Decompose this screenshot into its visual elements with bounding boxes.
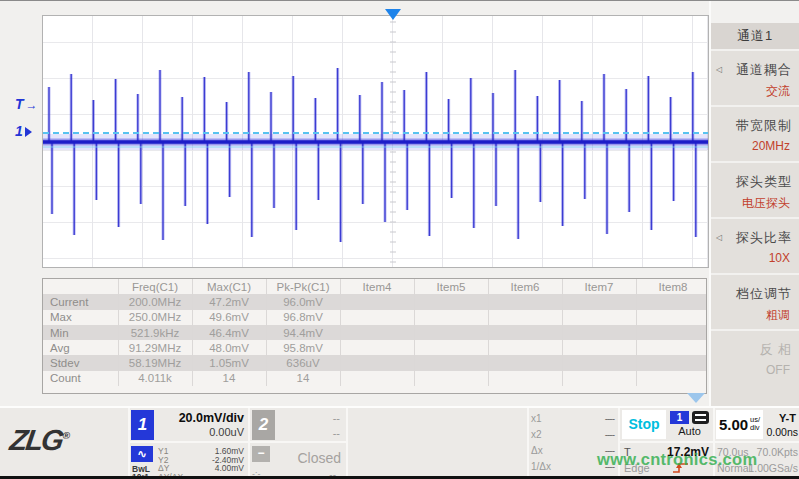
table-row: Stdev58.19MHz1.05mV636uV [43,355,707,370]
trigger-level-label: T [15,96,24,112]
submenu-arrow-icon: ◁ [716,65,722,74]
menu-item-value: 电压探头 [742,195,790,212]
trigger-mode[interactable]: Auto [670,425,709,437]
readout-row: Y2-2.40mV [158,455,244,464]
channel2-block[interactable]: 2 -- -- [252,410,344,441]
trigger-arrow-icon: → [26,98,38,112]
trigger-position-marker[interactable] [385,9,401,20]
channel2-badge[interactable]: 2 [252,410,275,440]
oscilloscope-screen: T→ 1 Freq(C1)Max(C1)Pk-Pk(C1)Item4Item5I… [0,0,799,479]
column-header [43,279,118,294]
menu-item-label: 反 相 [759,341,792,359]
measurement-panel: Freq(C1)Max(C1)Pk-Pk(C1)Item4Item5Item6I… [42,278,707,394]
channel2-scale: -- [333,412,340,424]
submenu-arrow-icon: ◁ [716,233,722,242]
menu-item-label: 探头比率 [736,229,792,247]
minus-icon: − [252,446,270,462]
waveform-icon: ∿ [131,446,153,462]
menu-item-6[interactable]: 反 相OFF [711,331,799,406]
readout-row: ΔY4.00mV [158,463,244,472]
channel1-badge[interactable]: 1 [131,410,154,440]
channel-menu: 通道1 ◁通道耦合交流带宽限制20MHz探头类型电压探头◁探头比率10X档位调节… [709,1,799,406]
menu-item-value: 粗调 [766,307,790,324]
zlg-logo: ZLG® [8,424,72,457]
menu-item-label: 探头类型 [736,173,792,191]
channel2-offset: -- [333,427,340,439]
table-row: Min521.9kHz46.4mV94.4mV [43,325,707,340]
measurement-table: Freq(C1)Max(C1)Pk-Pk(C1)Item4Item5Item6I… [43,279,707,386]
run-state-label: Stop [628,416,659,432]
table-row: Current200.0MHz47.2mV96.0mV [43,294,707,309]
column-header: Item5 [414,279,488,294]
menu-item-4[interactable]: ◁探头比率10X [711,219,799,273]
channel1-cursor-block: ∿ BwL 10:1 Y11.60mVY2-2.40mVΔY4.00mVΔY/Δ… [131,445,246,479]
timebase-unit: us/div [750,416,760,432]
menu-item-value: 10X [769,251,790,265]
column-header: Pk-Pk(C1) [266,279,340,294]
menu-header: 通道1 [711,23,799,49]
channel1-marker-icon [25,127,32,137]
channel2-status-block: − Closed -:- -- [252,445,344,479]
channel1-zero-marker[interactable]: 1 [15,123,32,139]
channel2-status: Closed [297,450,341,466]
battery-icon [692,411,709,424]
menu-item-2[interactable]: 带宽限制20MHz [711,107,799,161]
menu-item-label: 带宽限制 [736,117,792,135]
table-row: Avg91.29MHz48.0mV95.8mV [43,340,707,355]
channel1-scale: 20.0mV/div [179,411,244,425]
channel2-foot-right: -- [329,469,336,479]
column-header: Freq(C1) [118,279,192,294]
menu-item-value: 20MHz [752,139,790,153]
menu-item-label: 通道耦合 [736,61,792,79]
menu-items: ◁通道耦合交流带宽限制20MHz探头类型电压探头◁探头比率10X档位调节粗调反 … [711,51,799,406]
readout-row: ΔY/ΔX---- [158,472,244,479]
channel1-block[interactable]: 1 20.0mV/div 0.00uV [131,410,246,441]
menu-item-1[interactable]: ◁通道耦合交流 [711,51,799,105]
menu-item-3[interactable]: 探头类型电压探头 [711,163,799,217]
run-state-indicator[interactable]: Stop [622,410,666,439]
readout-row: x2---- [531,427,616,443]
column-header: Item8 [636,279,707,294]
menu-item-label: 档位调节 [736,285,792,303]
readout-row: Y11.60mV [158,446,244,455]
trigger-delay: 0.00ns [766,426,798,438]
table-scroll-down-icon[interactable] [687,393,705,403]
watermark: www.cntronics.com [597,450,757,469]
channel1-trace [43,16,708,267]
trigger-source-badge[interactable]: 1 [670,411,689,424]
readout-row: x1---- [531,411,616,427]
display-mode: Y-T [779,412,796,424]
memory-depth: 70.0Kpts [757,446,798,458]
probe-ratio-flag: 10:1 [132,472,149,479]
table-row: Count4.011k1414 [43,371,707,386]
column-header: Item7 [562,279,636,294]
y-cursor-readout: Y11.60mVY2-2.40mVΔY4.00mVΔY/ΔX---- [158,446,244,479]
channel2-foot-left: -:- [252,469,261,479]
menu-item-value: 交流 [766,83,790,100]
timebase-scale: 5.00 [719,416,748,433]
menu-item-value: OFF [766,363,790,377]
timebase-scale-box[interactable]: 5.00 us/div [716,410,763,439]
channel1-offset: 0.00uV [209,426,244,438]
trigger-level-marker[interactable]: T→ [15,96,38,112]
waveform-plot[interactable] [42,15,709,268]
menu-item-5[interactable]: 档位调节粗调 [711,275,799,329]
table-row: Max250.0MHz49.6mV96.8mV [43,310,707,325]
column-header: Item4 [340,279,414,294]
column-header: Item6 [488,279,562,294]
channel1-marker-label: 1 [15,123,23,139]
column-header: Max(C1) [192,279,266,294]
